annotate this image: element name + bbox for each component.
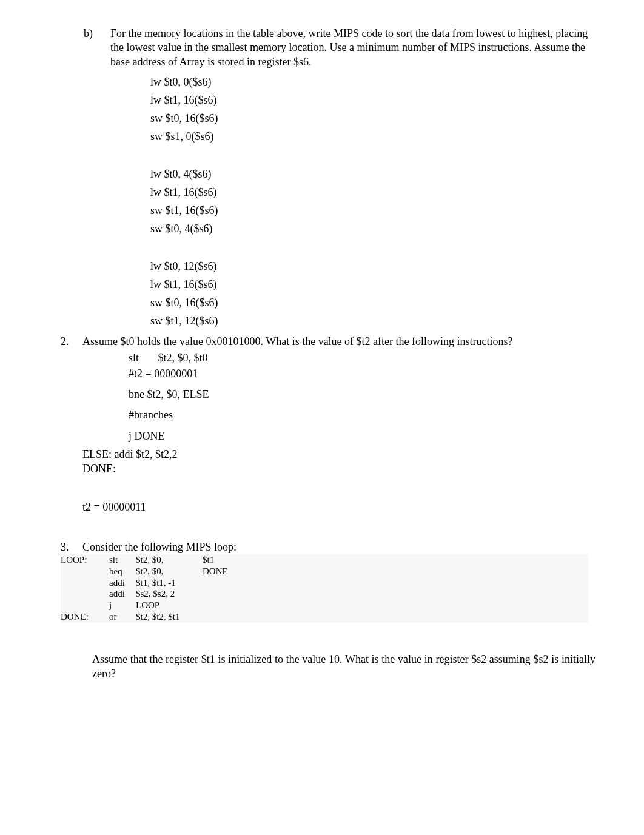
q2-code: slt $t2, $0, $t0 #t2 = 00000001 bne $t2,…	[129, 350, 595, 443]
code-line: addi $t1, $t1, -1	[61, 577, 588, 589]
code-line: j DONE	[129, 429, 595, 443]
code-line: lw $t1, 16($s6)	[150, 95, 595, 106]
code-arg: $t2, $0,	[136, 554, 203, 566]
code-comment: #t2 = 00000001	[129, 366, 595, 381]
q2-marker: 2.	[61, 335, 82, 349]
q1b-code: lw $t0, 0($s6) lw $t1, 16($s6) sw $t0, 1…	[150, 76, 595, 326]
code-line: beq $t2, $0, DONE	[61, 566, 588, 577]
code-op: addi	[109, 588, 136, 600]
document-page: b) For the memory locations in the table…	[0, 0, 644, 717]
code-line: lw $t0, 12($s6)	[150, 261, 595, 272]
code-op: beq	[109, 566, 136, 577]
code-op: j	[109, 600, 136, 611]
code-line: sw $s1, 0($s6)	[150, 131, 595, 142]
code-line: DONE:	[82, 461, 595, 476]
q3-text: Consider the following MIPS loop:	[82, 540, 595, 554]
code-comment: #branches	[129, 407, 595, 422]
q1b-marker: b)	[84, 27, 110, 69]
code-line: sw $t0, 16($s6)	[150, 113, 595, 124]
code-line: sw $t1, 12($s6)	[150, 315, 595, 326]
q2-text: Assume $t0 holds the value 0x00101000. W…	[82, 335, 595, 349]
code-op: addi	[109, 577, 136, 589]
code-label	[61, 600, 109, 611]
code-label: DONE:	[61, 611, 109, 623]
code-arg: $t2, $t2, $t1	[136, 611, 203, 623]
code-arg: $t1, $t1, -1	[136, 577, 203, 589]
q3-code-block: LOOP: slt $t2, $0, $t1 beq $t2, $0, DONE…	[61, 554, 588, 623]
code-label	[61, 588, 109, 600]
q2-answer: t2 = 00000011	[82, 501, 595, 514]
code-label: LOOP:	[61, 554, 109, 566]
question-3: 3. Consider the following MIPS loop:	[61, 540, 595, 554]
code-line: sw $t1, 16($s6)	[150, 205, 595, 216]
question-2: 2. Assume $t0 holds the value 0x00101000…	[61, 335, 595, 349]
code-op: slt	[109, 554, 136, 566]
code-line: lw $t1, 16($s6)	[150, 279, 595, 290]
code-line: lw $t0, 4($s6)	[150, 169, 595, 179]
code-arg: $t2, $0,	[136, 566, 203, 577]
code-line: DONE: or $t2, $t2, $t1	[61, 611, 588, 623]
q1b-text: For the memory locations in the table ab…	[110, 27, 595, 69]
code-line: ELSE: addi $t2, $t2,2	[82, 447, 595, 461]
code-line: addi $s2, $s2, 2	[61, 588, 588, 600]
question-1b: b) For the memory locations in the table…	[84, 27, 595, 69]
q2-else-block: ELSE: addi $t2, $t2,2 DONE:	[82, 447, 595, 477]
code-line: j LOOP	[61, 600, 588, 611]
code-line: lw $t0, 0($s6)	[150, 76, 595, 87]
code-line: bne $t2, $0, ELSE	[129, 387, 595, 401]
code-line: lw $t1, 16($s6)	[150, 187, 595, 198]
code-target: $t1	[203, 554, 214, 566]
code-op: or	[109, 611, 136, 623]
code-arg: LOOP	[136, 600, 203, 611]
code-line: LOOP: slt $t2, $0, $t1	[61, 554, 588, 566]
code-target: DONE	[203, 566, 228, 577]
code-arg: $s2, $s2, 2	[136, 588, 203, 600]
code-line: sw $t0, 16($s6)	[150, 297, 595, 308]
code-label	[61, 577, 109, 589]
code-label	[61, 566, 109, 577]
q3-marker: 3.	[61, 540, 82, 554]
code-line: slt $t2, $0, $t0	[129, 350, 595, 365]
code-line: sw $t0, 4($s6)	[150, 223, 595, 234]
q3-assumption-text: Assume that the register $t1 is initiali…	[92, 652, 595, 682]
